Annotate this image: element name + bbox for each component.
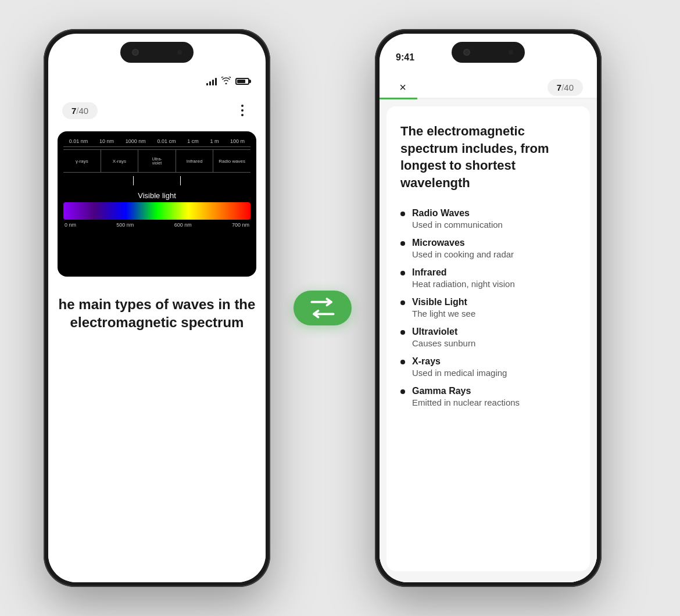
wavelength-labels: 0.01 nm 10 nm 1000 nm 0.01 cm 1 cm 1 m 1… xyxy=(58,131,256,146)
more-menu-button[interactable] xyxy=(233,101,252,120)
list-item: X-rays Used in medical imaging xyxy=(400,356,576,378)
spectrum-line xyxy=(63,146,250,147)
camera-icon-right xyxy=(463,49,470,56)
bullet-icon xyxy=(400,241,405,246)
right-phone-inner: 9:41 × 7/40 Th xyxy=(380,34,597,582)
left-phone-content: 7/40 0.01 nm xyxy=(48,94,266,582)
list-item-content: Gamma Rays Emitted in nuclear reactions xyxy=(412,386,576,407)
sensor-icon-right xyxy=(509,50,513,55)
item-desc-4: Causes sunburn xyxy=(412,338,576,348)
camera-icon xyxy=(132,49,139,56)
answer-list: Radio Waves Used in communication Microw… xyxy=(400,208,576,407)
counter-total-left: 40 xyxy=(79,106,89,116)
signal-icon xyxy=(206,77,217,85)
left-phone-inner: 7/40 0.01 nm xyxy=(48,34,266,582)
list-item: Ultraviolet Causes sunburn xyxy=(400,327,576,348)
list-item: Gamma Rays Emitted in nuclear reactions xyxy=(400,386,576,407)
list-item-content: Infrared Heat radiation, night vision xyxy=(412,267,576,289)
item-title-0: Radio Waves xyxy=(412,208,576,219)
bullet-icon xyxy=(400,360,405,364)
status-icons xyxy=(206,77,249,86)
item-title-3: Visible Light xyxy=(412,297,576,307)
list-item: Infrared Heat radiation, night vision xyxy=(400,267,576,289)
battery-icon xyxy=(235,78,249,85)
wifi-icon xyxy=(221,77,231,86)
list-item: Radio Waves Used in communication xyxy=(400,208,576,230)
sensor-icon xyxy=(177,50,182,55)
item-desc-1: Used in cooking and radar xyxy=(412,249,576,259)
right-phone-content: 9:41 × 7/40 Th xyxy=(380,34,597,582)
bullet-icon xyxy=(400,389,405,394)
time-display: 9:41 xyxy=(396,52,414,63)
item-desc-5: Used in medical imaging xyxy=(412,368,576,378)
bullet-icon xyxy=(400,212,405,216)
right-phone: 9:41 × 7/40 Th xyxy=(375,29,602,587)
answer-title: The electromagnetic spectrum includes, f… xyxy=(400,123,576,192)
cat-radio: Radio waves xyxy=(213,150,250,172)
visible-light-label: Visible light xyxy=(58,191,256,200)
spectrum-image-card: 0.01 nm 10 nm 1000 nm 0.01 cm 1 cm 1 m 1… xyxy=(58,131,256,277)
item-title-6: Gamma Rays xyxy=(412,386,576,396)
list-item-content: X-rays Used in medical imaging xyxy=(412,356,576,378)
item-desc-3: The light we see xyxy=(412,309,576,318)
item-desc-6: Emitted in nuclear reactions xyxy=(412,397,576,407)
list-item: Microwaves Used in cooking and radar xyxy=(400,238,576,259)
bullet-icon xyxy=(400,300,405,305)
dynamic-island-left xyxy=(120,42,194,63)
list-item-content: Visible Light The light we see xyxy=(412,297,576,318)
card-counter-left: 7/40 xyxy=(62,102,98,119)
counter-total-right: 40 xyxy=(564,83,574,92)
visible-light-lines xyxy=(58,176,256,185)
list-item: Visible Light The light we see xyxy=(400,297,576,318)
left-phone: 7/40 0.01 nm xyxy=(44,29,270,587)
list-item-content: Radio Waves Used in communication xyxy=(412,208,576,230)
scene: 7/40 0.01 nm xyxy=(0,0,680,616)
left-card-title: he main types of waves in the electromag… xyxy=(58,295,256,331)
left-header: 7/40 xyxy=(48,94,266,127)
item-desc-2: Heat radiation, night vision xyxy=(412,279,576,289)
item-title-5: X-rays xyxy=(412,356,576,367)
cat-infrared: Infrared xyxy=(176,150,214,172)
left-card-text: he main types of waves in the electromag… xyxy=(48,281,266,345)
bullet-icon xyxy=(400,330,405,335)
cat-xrays: X-rays xyxy=(101,150,139,172)
list-item-content: Microwaves Used in cooking and radar xyxy=(412,238,576,259)
close-button[interactable]: × xyxy=(393,78,412,96)
visible-spectrum-bar xyxy=(63,202,250,220)
cat-gamma: γ-rays xyxy=(63,150,101,172)
status-bar-left xyxy=(48,69,266,94)
answer-card: The electromagnetic spectrum includes, f… xyxy=(386,106,590,571)
three-dots-icon xyxy=(241,105,244,116)
spectrum-categories: γ-rays X-rays Ultra-violet Infrared Radi… xyxy=(63,149,250,173)
flip-card-button[interactable] xyxy=(294,291,352,325)
item-title-2: Infrared xyxy=(412,267,576,278)
close-icon: × xyxy=(399,81,406,94)
flip-arrows-icon xyxy=(306,296,339,320)
bullet-icon xyxy=(400,271,405,275)
item-title-1: Microwaves xyxy=(412,238,576,248)
item-desc-0: Used in communication xyxy=(412,220,576,230)
card-counter-right: 7/40 xyxy=(547,79,583,96)
right-header: × 7/40 xyxy=(380,71,597,103)
spectrum-diagram: 0.01 nm 10 nm 1000 nm 0.01 cm 1 cm 1 m 1… xyxy=(58,131,256,277)
nm-labels: 0 nm 500 nm 600 nm 700 nm xyxy=(58,220,256,230)
dynamic-island-right xyxy=(452,42,525,63)
cat-uv: Ultra-violet xyxy=(138,150,176,172)
list-item-content: Ultraviolet Causes sunburn xyxy=(412,327,576,348)
counter-current-right: 7 xyxy=(557,83,561,92)
answer-scroll-area[interactable]: The electromagnetic spectrum includes, f… xyxy=(380,99,597,582)
item-title-4: Ultraviolet xyxy=(412,327,576,337)
